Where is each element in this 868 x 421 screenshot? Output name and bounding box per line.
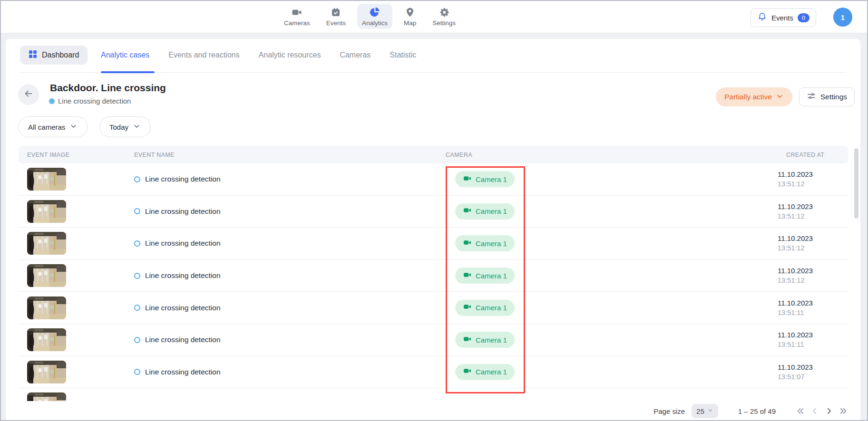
camera-name: Camera 1 xyxy=(476,336,507,344)
content-card: Dashboard Analytic cases Events and reac… xyxy=(6,39,860,419)
event-time: 13:51:12 xyxy=(778,179,848,189)
event-name-cell: Line crossing detection xyxy=(126,175,437,183)
camera-badge[interactable]: Camera 1 xyxy=(455,171,515,187)
case-type-dot-icon xyxy=(49,98,55,104)
date-filter-dropdown[interactable]: Today xyxy=(99,116,151,137)
events-notifications-button[interactable]: Events 0 xyxy=(751,8,816,27)
event-date: 11.10.2023 xyxy=(778,233,848,243)
camera-name: Camera 1 xyxy=(476,175,507,183)
camera-icon xyxy=(463,174,472,185)
active-tab-indicator xyxy=(101,71,155,73)
vertical-scrollbar-thumb[interactable] xyxy=(854,148,858,219)
status-dropdown[interactable]: Partially active xyxy=(716,87,792,106)
camera-badge[interactable]: Camera 1 xyxy=(455,235,515,251)
first-page-button[interactable] xyxy=(796,406,805,416)
nav-analytics[interactable]: Analytics xyxy=(357,4,392,29)
event-thumbnail[interactable] xyxy=(27,328,66,351)
nav-events[interactable]: Events xyxy=(322,4,351,29)
dashboard-button[interactable]: Dashboard xyxy=(20,46,88,65)
calendar-check-icon xyxy=(330,7,341,18)
nav-cameras[interactable]: Cameras xyxy=(279,4,315,29)
table-row[interactable]: 11.10.2023 xyxy=(19,388,848,402)
last-page-button[interactable] xyxy=(839,406,848,416)
camera-badge[interactable]: Camera 1 xyxy=(455,300,515,316)
page-size-dropdown[interactable]: 25 xyxy=(692,404,718,418)
event-type-ring-icon xyxy=(134,273,140,279)
event-time: 13:51:11 xyxy=(778,340,848,350)
event-date: 11.10.2023 xyxy=(778,330,848,340)
events-table: EVENT IMAGE EVENT NAME CAMERA CREATED AT xyxy=(19,146,848,402)
analytics-page: Cameras Events Analytics Map xyxy=(0,0,868,421)
tab-events-and-reactions[interactable]: Events and reactions xyxy=(168,51,239,59)
table-row[interactable]: Line crossing detection Camera 1 11.10.2… xyxy=(19,196,848,228)
camera-badge[interactable]: Camera 1 xyxy=(455,364,515,380)
event-type-ring-icon xyxy=(134,176,140,182)
camera-cell: Camera 1 xyxy=(437,171,778,187)
event-type-ring-icon xyxy=(134,337,140,343)
event-image-cell xyxy=(19,200,126,223)
event-date: 11.10.2023 xyxy=(778,169,848,179)
camera-filter-dropdown[interactable]: All cameras xyxy=(18,116,88,137)
table-row[interactable]: Line crossing detection Camera 1 11.10.2… xyxy=(19,260,848,292)
camera-badge[interactable]: Camera 1 xyxy=(455,332,515,348)
tab-statistic[interactable]: Statistic xyxy=(390,51,416,59)
event-image-cell xyxy=(19,328,126,351)
tab-analytic-resources[interactable]: Analytic resources xyxy=(259,51,321,59)
bell-icon xyxy=(757,12,767,24)
event-thumbnail[interactable] xyxy=(27,361,66,383)
event-thumbnail[interactable] xyxy=(27,200,66,223)
events-button-label: Events xyxy=(771,14,793,22)
created-at-cell: 11.10.2023 13:51:11 xyxy=(778,298,848,318)
table-row[interactable]: Line crossing detection Camera 1 11.10.2… xyxy=(19,163,848,196)
created-at-cell: 11.10.2023 13:51:12 xyxy=(778,233,848,253)
next-page-button[interactable] xyxy=(824,406,834,416)
event-time: 13:51:07 xyxy=(778,372,848,382)
camera-filter-label: All cameras xyxy=(28,123,65,131)
event-thumbnail[interactable] xyxy=(27,297,66,319)
pie-chart-icon xyxy=(369,7,380,18)
created-at-cell: 11.10.2023 13:51:11 xyxy=(778,330,848,350)
pagination-bar: Page size 25 1 – 25 of 49 xyxy=(6,401,860,421)
event-type-ring-icon xyxy=(134,369,140,375)
status-label: Partially active xyxy=(724,93,772,101)
page-size-label: Page size xyxy=(653,407,685,415)
case-type: Line crossing detection xyxy=(49,97,131,105)
camera-icon xyxy=(463,366,472,377)
camera-name: Camera 1 xyxy=(476,207,507,215)
camera-icon xyxy=(463,270,472,281)
nav-label: Analytics xyxy=(362,19,388,27)
camera-badge[interactable]: Camera 1 xyxy=(455,203,515,220)
nav-settings[interactable]: Settings xyxy=(428,4,460,29)
event-thumbnail[interactable] xyxy=(27,232,66,255)
table-row[interactable]: Line crossing detection Camera 1 11.10.2… xyxy=(19,324,848,356)
table-row[interactable]: Line crossing detection Camera 1 11.10.2… xyxy=(19,228,848,260)
table-row[interactable]: Line crossing detection Camera 1 11.10.2… xyxy=(19,292,848,324)
event-thumbnail[interactable] xyxy=(27,168,66,191)
nav-map[interactable]: Map xyxy=(399,4,421,29)
user-avatar[interactable]: 1 xyxy=(833,8,852,27)
tab-bar: Analytic cases Events and reactions Anal… xyxy=(101,46,416,65)
tab-analytic-cases[interactable]: Analytic cases xyxy=(101,51,149,59)
event-name-cell: Line crossing detection xyxy=(126,207,437,216)
created-at-cell: 11.10.2023 13:51:12 xyxy=(778,266,848,286)
previous-page-button[interactable] xyxy=(810,406,819,416)
event-date: 11.10.2023 xyxy=(778,298,848,308)
created-at-cell: 11.10.2023 13:51:12 xyxy=(778,169,848,189)
event-name: Line crossing detection xyxy=(145,368,221,376)
chevron-down-icon xyxy=(133,122,141,132)
camera-name: Camera 1 xyxy=(476,272,507,280)
nav-label: Events xyxy=(326,19,346,27)
event-time: 13:51:12 xyxy=(778,276,848,286)
page-size-value: 25 xyxy=(696,407,704,415)
case-settings-label: Settings xyxy=(820,93,847,101)
event-thumbnail[interactable] xyxy=(27,264,66,287)
event-time: 13:51:12 xyxy=(778,211,848,221)
table-row[interactable]: Line crossing detection Camera 1 11.10.2… xyxy=(19,356,848,389)
camera-icon xyxy=(291,7,302,18)
case-settings-button[interactable]: Settings xyxy=(799,87,855,106)
back-button[interactable] xyxy=(18,84,39,105)
arrow-left-icon xyxy=(23,88,34,101)
camera-badge[interactable]: Camera 1 xyxy=(455,268,515,284)
chevron-down-icon xyxy=(776,92,784,102)
tab-cameras[interactable]: Cameras xyxy=(340,51,371,59)
